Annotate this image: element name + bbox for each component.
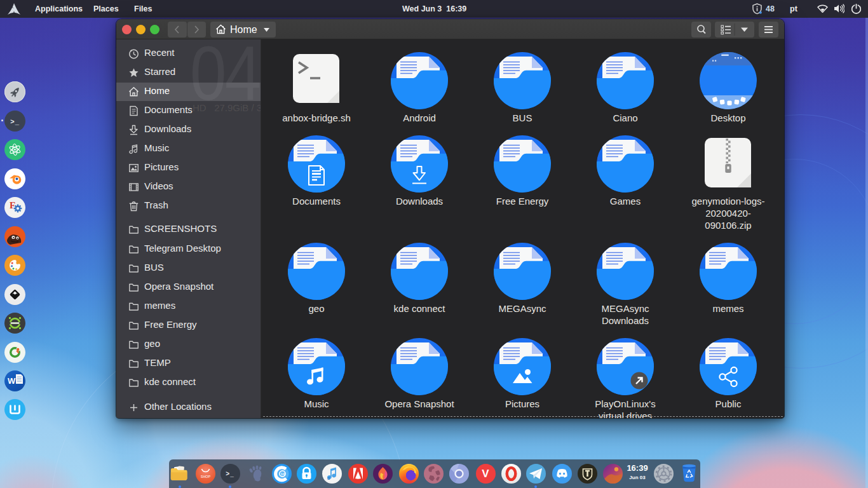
svg-text:SHOP: SHOP bbox=[200, 475, 210, 478]
svg-text:10: 10 bbox=[280, 472, 285, 476]
svg-text:d: d bbox=[327, 476, 330, 480]
